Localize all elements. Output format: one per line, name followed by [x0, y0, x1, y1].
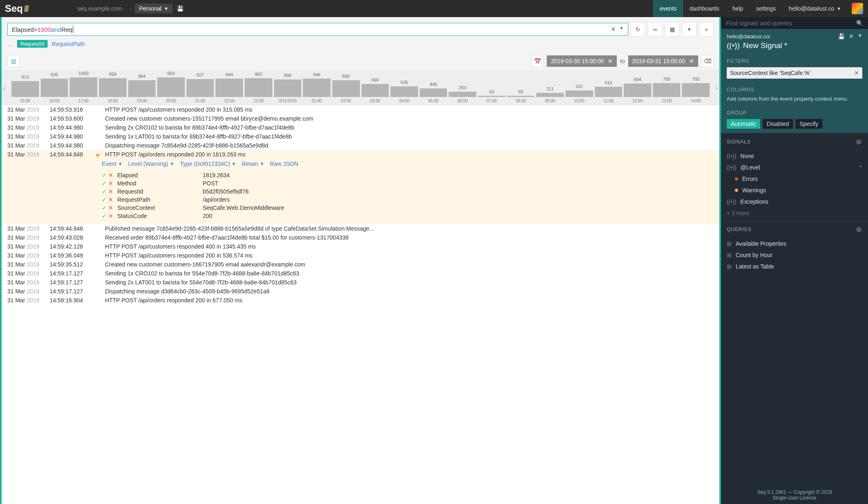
- event-row[interactable]: 31 Mar 2019 14:59:35.512 Created new cus…: [2, 260, 719, 269]
- signal-child[interactable]: Warnings: [721, 185, 868, 196]
- chevron-down-icon[interactable]: ▼: [619, 26, 624, 33]
- search-icon[interactable]: 🔍: [856, 20, 863, 26]
- save-icon[interactable]: 💾: [838, 33, 845, 40]
- user-menu[interactable]: hello@datalust.co ▼: [783, 5, 848, 12]
- query-item[interactable]: ⊞Available Properties: [721, 238, 868, 249]
- date-from[interactable]: 2019-03-30 15:00:00 ✕: [547, 55, 617, 67]
- histogram-bar[interactable]: 993: [157, 77, 185, 97]
- signal-item[interactable]: ((•))Exceptions: [721, 196, 868, 207]
- close-icon[interactable]: ✕: [689, 58, 694, 64]
- include-icon[interactable]: ✓: [102, 213, 107, 219]
- nav-dashboards[interactable]: dashboards: [683, 0, 726, 17]
- group-specify[interactable]: Specify: [796, 119, 822, 129]
- chevron-down-icon[interactable]: ▼: [858, 33, 862, 40]
- histogram-bar[interactable]: 660: [362, 84, 389, 97]
- histogram-bar[interactable]: 65: [507, 96, 535, 97]
- histogram-bar[interactable]: 813: [11, 81, 39, 97]
- histogram-bar[interactable]: 63: [478, 96, 506, 97]
- event-row[interactable]: 31 Mar 2019 14:59:17.127 Sending 1x CRO1…: [2, 269, 719, 278]
- include-icon[interactable]: ✓: [102, 205, 107, 211]
- histogram-bar[interactable]: 963: [245, 78, 272, 97]
- close-icon[interactable]: ✕: [854, 70, 859, 76]
- view-grid-button[interactable]: ▦: [665, 22, 679, 37]
- event-row[interactable]: 31 Mar 2019 14:59:17.127 Sending 2x LAT0…: [2, 278, 719, 287]
- event-row[interactable]: 31 Mar 2019 14:59:44.980 Sending 2x CRO1…: [2, 123, 719, 132]
- histogram-bar[interactable]: 535: [390, 86, 418, 97]
- action-level[interactable]: Level (Warning) ▼: [128, 161, 174, 167]
- event-row[interactable]: 31 Mar 2019 14:59:53.916 HTTP POST /api/…: [2, 105, 719, 114]
- event-list[interactable]: 31 Mar 2019 14:59:53.916 HTTP POST /api/…: [2, 105, 719, 504]
- close-icon[interactable]: ✕: [608, 58, 613, 64]
- signal-item[interactable]: ((•))None: [721, 150, 868, 162]
- histogram-bar[interactable]: 927: [186, 79, 214, 97]
- exclude-icon[interactable]: ✕: [108, 188, 113, 195]
- histogram-bar[interactable]: 700: [682, 83, 710, 97]
- exclude-icon[interactable]: ✕: [108, 196, 113, 203]
- clear-icon[interactable]: ✕: [611, 26, 616, 33]
- action-event[interactable]: Event ▼: [102, 161, 123, 167]
- event-row[interactable]: 31 Mar 2019 14:59:53.600 Created new cus…: [2, 114, 719, 123]
- signal-search[interactable]: 🔍: [721, 17, 868, 29]
- include-icon[interactable]: ✓: [102, 188, 107, 195]
- histogram-bar[interactable]: 445: [420, 88, 447, 97]
- chart-toggle-button[interactable]: ▥: [7, 55, 20, 67]
- event-row[interactable]: 31 Mar 2019 14:59:44.980 Dispatching mes…: [2, 141, 719, 150]
- event-row[interactable]: 31 Mar 2019 14:59:43.028 Received order …: [2, 233, 719, 242]
- exclude-icon[interactable]: ✕: [108, 180, 113, 187]
- histogram-bar[interactable]: 898: [274, 79, 302, 97]
- date-to[interactable]: 2019-03-31 15:00:00 ✕: [628, 55, 698, 67]
- action-retain[interactable]: Retain ▼: [242, 161, 264, 167]
- exclude-icon[interactable]: ✕: [108, 205, 113, 211]
- histogram-bar[interactable]: 959: [99, 78, 127, 97]
- action-type[interactable]: Type (0x9912334C) ▼: [180, 161, 236, 167]
- calendar-button[interactable]: 📅: [531, 55, 544, 67]
- add-query-button[interactable]: ⊕: [856, 225, 862, 234]
- histogram-prev-button[interactable]: ‹: [3, 84, 6, 92]
- event-row[interactable]: 31 Mar 2019 14:59:36.049 HTTP POST /api/…: [2, 251, 719, 260]
- chevron-up-icon[interactable]: ⌃: [859, 165, 862, 170]
- action-raw[interactable]: Raw JSON: [270, 161, 298, 167]
- histogram-bar[interactable]: 263: [449, 92, 476, 97]
- exclude-icon[interactable]: ✕: [108, 172, 113, 178]
- event-row[interactable]: 31 Mar 2019 14:59:44.848 Published messa…: [2, 224, 719, 233]
- include-icon[interactable]: ✓: [102, 172, 107, 178]
- exclude-icon[interactable]: ✕: [108, 213, 113, 219]
- include-icon[interactable]: ✓: [102, 180, 107, 187]
- histogram-bar[interactable]: 864: [128, 80, 156, 97]
- signal-child[interactable]: Errors: [721, 173, 868, 185]
- signal-search-input[interactable]: [726, 20, 856, 26]
- nav-help[interactable]: help: [726, 0, 750, 17]
- histogram-bar[interactable]: 211: [536, 93, 564, 97]
- histogram-bar[interactable]: 694: [624, 84, 651, 97]
- histogram-next-button[interactable]: ›: [715, 84, 718, 92]
- filter-item[interactable]: SourceContext like 'SeqCafe.%' ✕: [727, 67, 862, 79]
- histogram-bar[interactable]: 944: [215, 79, 243, 97]
- histogram-bar[interactable]: 948: [303, 79, 331, 97]
- chip-requestid[interactable]: RequestId: [17, 40, 48, 48]
- save-icon[interactable]: 💾: [177, 5, 184, 12]
- event-row[interactable]: 31 Mar 2019 14:59:17.127 Dispatching mes…: [2, 287, 719, 296]
- event-row[interactable]: 31 Mar 2019 14:59:44.980 Sending 1x LAT0…: [2, 132, 719, 141]
- event-row[interactable]: 31 Mar 2019 14:59:42.128 HTTP POST /api/…: [2, 242, 719, 251]
- group-disabled[interactable]: Disabled: [763, 119, 793, 129]
- query-item[interactable]: ⊞Latest as Table: [721, 261, 868, 272]
- event-row[interactable]: 31 Mar 2019 14:59:16.904 HTTP POST /api/…: [2, 296, 719, 305]
- chip-link-requestpath[interactable]: RequestPath: [52, 41, 85, 47]
- tail-button[interactable]: ∞: [648, 22, 662, 37]
- dropdown-button[interactable]: ▼: [682, 22, 697, 37]
- chips-ellipsis[interactable]: …: [7, 41, 13, 47]
- close-icon[interactable]: ✕: [849, 33, 854, 40]
- nav-events[interactable]: events: [653, 0, 683, 17]
- histogram-bar[interactable]: 935: [41, 79, 68, 97]
- add-signal-button[interactable]: ⊕: [856, 137, 862, 146]
- event-row[interactable]: 31 Mar 2019 14:59:44.848 HTTP POST /api/…: [2, 150, 719, 159]
- more-button[interactable]: »: [699, 22, 714, 37]
- signal-item[interactable]: ((•))@Level⌃: [721, 162, 868, 173]
- histogram-bar[interactable]: 331: [566, 90, 593, 97]
- nav-settings[interactable]: settings: [750, 0, 782, 17]
- include-icon[interactable]: ✓: [102, 196, 107, 203]
- clear-dates-button[interactable]: ⌫: [701, 55, 714, 67]
- signals-more[interactable]: + 3 more: [721, 207, 868, 220]
- avatar[interactable]: [852, 3, 863, 14]
- histogram-bar[interactable]: 519: [595, 87, 623, 97]
